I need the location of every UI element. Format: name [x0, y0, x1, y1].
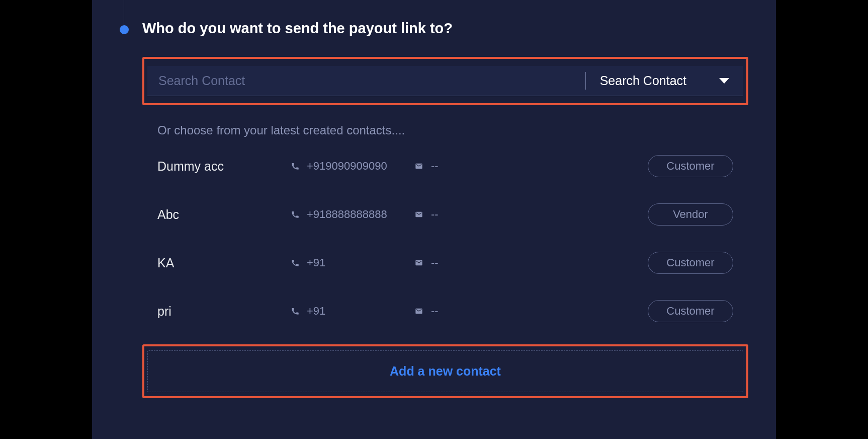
contact-name: KA — [157, 256, 291, 270]
contact-phone: +918888888888 — [291, 208, 414, 221]
contact-row[interactable]: Dummy acc +919090909090 -- Customer — [157, 155, 733, 177]
chevron-down-icon — [719, 78, 729, 84]
contact-search-input[interactable] — [147, 66, 585, 96]
phone-icon — [291, 210, 300, 219]
contact-name: Dummy acc — [157, 159, 291, 174]
contact-email: -- — [414, 305, 648, 318]
contact-phone: +91 — [291, 305, 414, 318]
contact-type-badge: Customer — [648, 300, 733, 322]
search-type-dropdown[interactable]: Search Contact — [586, 66, 743, 96]
phone-icon — [291, 258, 300, 267]
main-panel: Who do you want to send the payout link … — [92, 0, 776, 439]
contact-list: Dummy acc +919090909090 -- Customer Abc — [142, 155, 748, 336]
contact-email-text: -- — [431, 160, 439, 173]
contact-name: pri — [157, 304, 291, 319]
contact-type-badge: Vendor — [648, 203, 733, 226]
contact-name: Abc — [157, 207, 291, 222]
step-content: Search Contact Or choose from your lates… — [142, 57, 748, 398]
contact-phone: +919090909090 — [291, 160, 414, 173]
contact-email: -- — [414, 160, 648, 173]
phone-icon — [291, 162, 300, 171]
step-heading: Who do you want to send the payout link … — [142, 20, 748, 37]
contact-type-badge: Customer — [648, 252, 733, 274]
search-highlight-frame: Search Contact — [142, 57, 748, 105]
contact-phone-text: +91 — [307, 256, 325, 269]
add-new-contact-button[interactable]: Add a new contact — [147, 350, 743, 392]
phone-icon — [291, 307, 300, 316]
email-icon — [414, 162, 424, 170]
recent-contacts-label: Or choose from your latest created conta… — [142, 114, 748, 155]
contact-phone-text: +91 — [307, 305, 325, 318]
email-icon — [414, 307, 424, 315]
contact-email-text: -- — [431, 305, 439, 318]
add-contact-highlight-frame: Add a new contact — [142, 344, 748, 398]
contact-email-text: -- — [431, 208, 439, 221]
contact-email-text: -- — [431, 256, 439, 269]
contact-phone-text: +918888888888 — [307, 208, 387, 221]
search-type-label: Search Contact — [600, 74, 686, 88]
contact-phone-text: +919090909090 — [307, 160, 387, 173]
page-wrapper: Who do you want to send the payout link … — [0, 0, 868, 439]
step-progress-line — [124, 0, 124, 25]
contact-row[interactable]: KA +91 -- Customer — [157, 252, 733, 274]
contact-email: -- — [414, 256, 648, 269]
step-marker — [120, 25, 129, 34]
contact-type-badge: Customer — [648, 155, 733, 177]
email-icon — [414, 210, 424, 218]
contact-row[interactable]: Abc +918888888888 -- Vendor — [157, 203, 733, 226]
step-container: Who do you want to send the payout link … — [120, 20, 748, 398]
email-icon — [414, 259, 424, 267]
contact-row[interactable]: pri +91 -- Customer — [157, 300, 733, 322]
contact-phone: +91 — [291, 256, 414, 269]
search-row: Search Contact — [147, 66, 743, 96]
contact-email: -- — [414, 208, 648, 221]
